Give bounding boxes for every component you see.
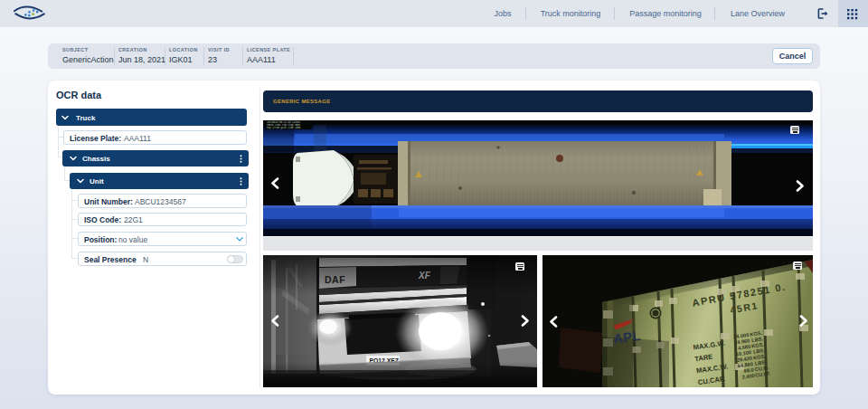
svg-text:exp 1/250 gain 12db id88: exp 1/250 gain 12db id88: [267, 126, 301, 129]
